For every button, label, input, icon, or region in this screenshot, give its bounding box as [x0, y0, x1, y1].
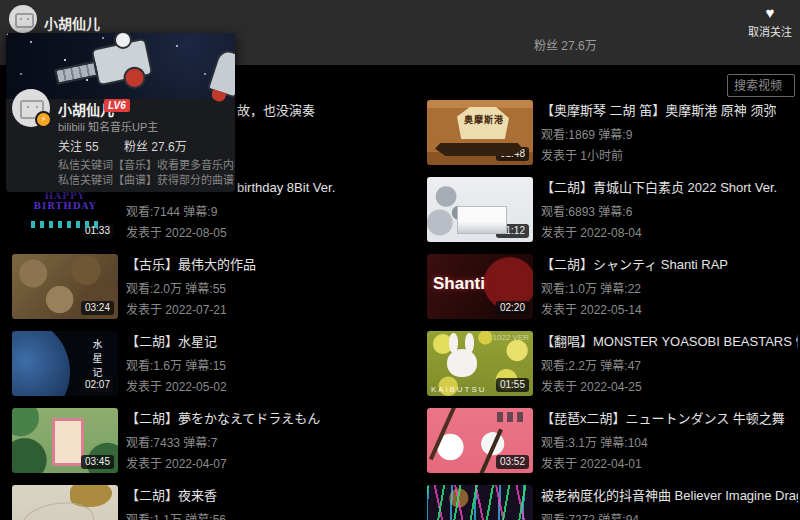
video-title[interactable]: 【二胡】夢をかなえてドラえもん: [126, 411, 320, 426]
video-views-danmaku: 观看:1.6万 弹幕:15: [126, 356, 227, 373]
video-title[interactable]: 【古乐】最伟大的作品: [126, 257, 256, 272]
video-title[interactable]: 【二胡】水星记: [126, 334, 227, 349]
video-list-item[interactable]: 01:12 【二胡】青城山下白素贞 2022 Short Ver. 观看:689…: [427, 177, 798, 242]
bilibili-user-video-page: 小胡仙儿 粉丝 27.6万 ♥ 取消关注 故，也没演奏 HAPPY BIRTHD…: [0, 0, 800, 520]
video-info: 【二胡】シャンティ Shanti RAP 观看:1.0万 弹幕:22 发表于 2…: [541, 254, 728, 319]
duration-badge: 03:45: [81, 455, 114, 469]
video-list-item[interactable]: 水星记 02:07 【二胡】水星记 观看:1.6万 弹幕:15 发表于 2022…: [12, 331, 416, 396]
unfollow-label: 取消关注: [742, 23, 798, 39]
video-thumbnail[interactable]: 03:45: [12, 408, 118, 473]
level-badge: LV6: [104, 99, 130, 112]
video-thumbnail[interactable]: [427, 485, 533, 520]
video-views-danmaku: 观看:1.0万 弹幕:22: [541, 279, 728, 296]
thumbnail-art-text: KAiBUTSU: [431, 385, 487, 394]
video-title[interactable]: 【奥摩斯琴 二胡 笛】奥摩斯港 原神 须弥: [541, 103, 776, 118]
video-publish-date: 发表于 2022-08-05: [126, 223, 335, 240]
video-info: 【翻唱】MONSTER YOASOBI BEASTARS 怪物【Kaibutsu…: [541, 331, 798, 396]
video-list-item[interactable]: 奥摩斯港 01:48 【奥摩斯琴 二胡 笛】奥摩斯港 原神 须弥 观看:1869…: [427, 100, 798, 165]
profile-card: ⚡ 小胡仙儿 LV6 bilibili 知名音乐UP主 关注 55 粉丝 27.…: [6, 33, 235, 192]
video-list-item[interactable]: 03:52 【琵琶x二胡】ニュートンダンス 牛顿之舞 观看:3.1万 弹幕:10…: [427, 408, 798, 473]
video-thumbnail[interactable]: KAiBUTSU 1022 VER 01:55: [427, 331, 533, 396]
video-publish-date: 发表于 2022-05-14: [541, 300, 728, 317]
video-title[interactable]: 【二胡】夜来香: [126, 488, 227, 503]
duration-badge: 01:48: [496, 147, 529, 161]
video-thumbnail[interactable]: 奥摩斯港 01:48: [427, 100, 533, 165]
video-thumbnail[interactable]: 01:12: [427, 177, 533, 242]
search-input[interactable]: [727, 74, 795, 97]
following-count[interactable]: 关注 55: [58, 140, 99, 154]
video-thumbnail[interactable]: Shanti 02:20: [427, 254, 533, 319]
rocket-illustration: [207, 47, 235, 98]
video-info: 【二胡】青城山下白素贞 2022 Short Ver. 观看:6893 弹幕:6…: [541, 177, 777, 242]
video-title[interactable]: 【琵琶x二胡】ニュートンダンス 牛顿之舞: [541, 411, 785, 426]
stars-decoration: [6, 33, 8, 35]
bilibili-tv-icon: [15, 13, 34, 28]
video-views-danmaku: 观看:7433 弹幕:7: [126, 433, 320, 450]
thumbnail-art-text: HAPPY BIRTHDAY: [12, 191, 118, 211]
video-title[interactable]: 【二胡】青城山下白素贞 2022 Short Ver.: [541, 180, 777, 195]
duration-badge: 03:52: [496, 455, 529, 469]
video-list-item[interactable]: 03:45 【二胡】夢をかなえてドラえもん 观看:7433 弹幕:7 发表于 2…: [12, 408, 416, 473]
header-avatar[interactable]: [9, 5, 37, 33]
followers-count[interactable]: 粉丝 27.6万: [124, 140, 187, 154]
video-list-item[interactable]: Shanti 02:20 【二胡】シャンティ Shanti RAP 观看:1.0…: [427, 254, 798, 319]
video-views-danmaku: 观看:2.2万 弹幕:47: [541, 356, 798, 373]
video-info: 【二胡】夜来香 观看:1.1万 弹幕:56 发表于 2022-03-18: [126, 485, 227, 520]
heart-icon: ♥: [742, 4, 798, 22]
duration-badge: 01:33: [81, 224, 114, 238]
video-list-item[interactable]: 【二胡】夜来香 观看:1.1万 弹幕:56 发表于 2022-03-18: [12, 485, 416, 520]
video-info: 【奥摩斯琴 二胡 笛】奥摩斯港 原神 须弥 观看:1869 弹幕:9 发表于 1…: [541, 100, 776, 165]
card-signature-line1: 私信关键词【音乐】收看更多音乐内容/: [58, 156, 235, 172]
thumbnail-art-text: 水星记: [89, 339, 104, 381]
video-info: 【琵琶x二胡】ニュートンダンス 牛顿之舞 观看:3.1万 弹幕:104 发表于 …: [541, 408, 785, 473]
thumbnail-art-text: Shanti: [433, 274, 485, 294]
video-thumbnail[interactable]: 水星记 02:07: [12, 331, 118, 396]
video-views-danmaku: 观看:3.1万 弹幕:104: [541, 433, 785, 450]
unfollow-button[interactable]: ♥ 取消关注: [742, 4, 798, 39]
card-verify-text: bilibili 知名音乐UP主: [58, 118, 158, 134]
video-publish-date: 发表于 2022-04-01: [541, 454, 785, 471]
video-views-danmaku: 观看:2.0万 弹幕:55: [126, 279, 256, 296]
video-publish-date: 发表于 2022-07-21: [126, 300, 256, 317]
video-list-item[interactable]: 被老衲度化的抖音神曲 Believer Imagine Dragons 观看:7…: [427, 485, 798, 520]
video-title[interactable]: 【二胡】シャンティ Shanti RAP: [541, 257, 728, 272]
video-views-danmaku: 观看:7272 弹幕:94: [541, 510, 798, 520]
video-list-right: 奥摩斯港 01:48 【奥摩斯琴 二胡 笛】奥摩斯港 原神 须弥 观看:1869…: [427, 100, 798, 520]
duration-badge: 01:12: [496, 224, 529, 238]
video-views-danmaku: 观看:1.1万 弹幕:56: [126, 510, 227, 520]
video-list-item[interactable]: KAiBUTSU 1022 VER 01:55 【翻唱】MONSTER YOAS…: [427, 331, 798, 396]
duration-badge: 02:20: [496, 301, 529, 315]
video-publish-date: 发表于 2022-04-25: [541, 377, 798, 394]
thumbnail-art-text: 奥摩斯港: [461, 113, 507, 126]
video-views-danmaku: 观看:7144 弹幕:9: [126, 202, 335, 219]
thumbnail-art-text-secondary: 1022 VER: [493, 333, 529, 342]
page-username: 小胡仙儿: [44, 13, 100, 33]
video-title[interactable]: 【翻唱】MONSTER YOASOBI BEASTARS 怪物【Kaibutsu…: [541, 334, 798, 349]
video-title[interactable]: 被老衲度化的抖音神曲 Believer Imagine Dragons: [541, 488, 798, 503]
duration-badge: 01:55: [496, 378, 529, 392]
video-info: 【二胡】水星记 观看:1.6万 弹幕:15 发表于 2022-05-02: [126, 331, 227, 396]
video-views-danmaku: 观看:1869 弹幕:9: [541, 125, 776, 142]
video-publish-date: 发表于 1小时前: [541, 146, 776, 163]
video-info: 【二胡】夢をかなえてドラえもん 观看:7433 弹幕:7 发表于 2022-04…: [126, 408, 320, 473]
video-publish-date: 发表于 2022-04-07: [126, 454, 320, 471]
card-banner-image: [6, 33, 235, 99]
card-signature-line2: 私信关键词【曲谱】获得部分的曲谱: [58, 171, 234, 187]
video-info: 【古乐】最伟大的作品 观看:2.0万 弹幕:55 发表于 2022-07-21: [126, 254, 256, 319]
video-thumbnail[interactable]: 03:24: [12, 254, 118, 319]
verified-badge-icon: ⚡: [35, 111, 52, 128]
video-publish-date: 发表于 2022-05-02: [126, 377, 227, 394]
video-thumbnail[interactable]: [12, 485, 118, 520]
video-list-item[interactable]: 03:24 【古乐】最伟大的作品 观看:2.0万 弹幕:55 发表于 2022-…: [12, 254, 416, 319]
card-stats: 关注 55 粉丝 27.6万: [58, 137, 187, 154]
fans-count: 粉丝 27.6万: [534, 36, 597, 53]
video-publish-date: 发表于 2022-08-04: [541, 223, 777, 240]
video-views-danmaku: 观看:6893 弹幕:6: [541, 202, 777, 219]
video-info: 被老衲度化的抖音神曲 Believer Imagine Dragons 观看:7…: [541, 485, 798, 520]
video-thumbnail[interactable]: 03:52: [427, 408, 533, 473]
card-avatar[interactable]: ⚡: [12, 89, 50, 127]
duration-badge: 03:24: [81, 301, 114, 315]
